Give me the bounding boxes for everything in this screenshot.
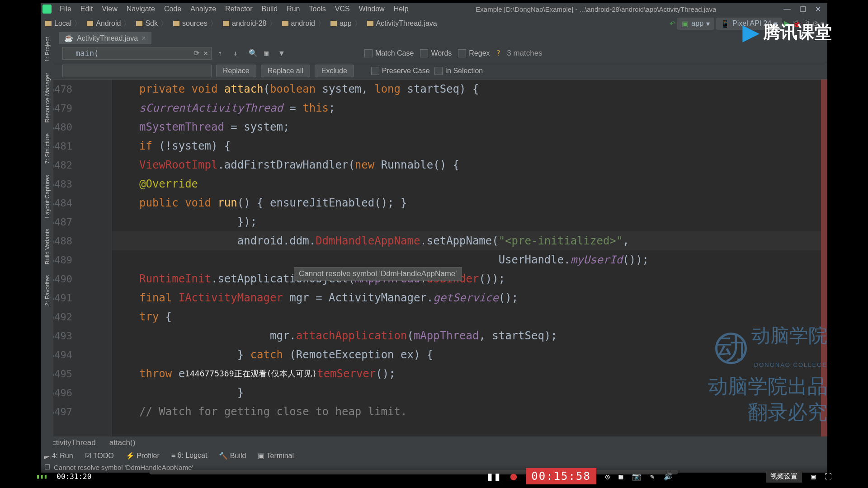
maximize-icon[interactable]: ☐ (800, 5, 806, 14)
menu-view[interactable]: View (97, 4, 122, 14)
next-match-icon[interactable]: ↓ (233, 49, 242, 58)
tencent-logo: ▶ 腾讯课堂 (743, 20, 832, 44)
window-title: Example [D:\DongNao\Example] - ...\andro… (414, 5, 778, 13)
replace-button[interactable]: Replace (216, 65, 256, 77)
filter-icon[interactable]: ▼ (279, 49, 288, 58)
error-tooltip: Cannot resolve symbol 'DdmHandleAppName' (294, 267, 462, 281)
tool-window-tabs: ▶ 4: Run☑ TODO⚡ Profiler≡ 6: Logcat🔨 Bui… (41, 449, 827, 462)
back-icon[interactable]: ↶ (670, 19, 675, 28)
watermark: 动 动脑学院DONGNAO COLLEGE 动脑学院出品 翻录必究 (708, 324, 827, 425)
crumb-3[interactable]: sources 〉 (171, 19, 219, 28)
speaker-icon[interactable]: 🔊 (664, 472, 673, 481)
pip-icon[interactable]: ▣ (811, 472, 816, 481)
crumb-1[interactable]: Android 〉 (85, 19, 132, 28)
elapsed-time: 00:31:20 (57, 472, 91, 481)
replace-all-button[interactable]: Replace all (261, 65, 310, 77)
side-tool-tabs: 1: ProjectResource Manager7: StructureLa… (41, 32, 53, 456)
menu-code[interactable]: Code (160, 4, 186, 14)
crumb-0[interactable]: Local 〉 (43, 19, 83, 28)
crumb-6[interactable]: app 〉 (329, 19, 363, 28)
breadcrumb: Local 〉Android 〉Sdk 〉sources 〉android-28… (43, 19, 439, 28)
prev-match-icon[interactable]: ↑ (218, 49, 227, 58)
editor-tab[interactable]: ☕ ActivityThread.java × (59, 32, 151, 44)
video-player-controls: ▮▮▮ 00:31:20 ▮▮ ● 00:15:58 ◎ ▦ 📷 ✎ 🔊 视频设… (0, 465, 868, 488)
tool-tab[interactable]: ▣ Terminal (258, 451, 294, 460)
in-selection-checkbox[interactable]: In Selection (434, 67, 483, 75)
main-menu: FileEditViewNavigateCodeAnalyzeRefactorB… (55, 4, 413, 14)
search-input[interactable] (62, 47, 212, 60)
side-tab[interactable]: Resource Manager (43, 69, 52, 127)
menu-refactor[interactable]: Refactor (221, 4, 257, 14)
camera-icon[interactable]: 📷 (632, 472, 641, 481)
side-tab[interactable]: Layout Captures (43, 171, 52, 221)
app-icon (42, 5, 52, 14)
crumb-7[interactable]: ActivityThread.java (365, 19, 439, 28)
edit-icon[interactable]: ✎ (650, 472, 655, 481)
menu-window[interactable]: Window (354, 4, 389, 14)
tool-tab[interactable]: ⚡ Profiler (126, 451, 160, 460)
preserve-case-checkbox[interactable]: Preserve Case (371, 67, 430, 75)
side-tab[interactable]: 7: Structure (43, 130, 52, 167)
menu-navigate[interactable]: Navigate (122, 4, 160, 14)
menu-tools[interactable]: Tools (304, 4, 330, 14)
crumb-5[interactable]: android 〉 (280, 19, 327, 28)
match-count: 3 matches (507, 49, 542, 58)
exclude-button[interactable]: Exclude (315, 65, 354, 77)
menu-file[interactable]: File (55, 4, 76, 14)
menu-edit[interactable]: Edit (76, 4, 98, 14)
run-config-selector[interactable]: ▣ app ▾ (677, 18, 714, 30)
crumb-2[interactable]: Sdk 〉 (134, 19, 170, 28)
pause-icon[interactable]: ▮▮ (486, 469, 501, 484)
menu-help[interactable]: Help (389, 4, 413, 14)
breadcrumb-method[interactable]: attach() (109, 438, 136, 447)
close-icon[interactable]: ✕ (815, 5, 821, 14)
side-tab[interactable]: Build Variants (43, 225, 52, 268)
record-icon[interactable]: ● (510, 470, 517, 483)
menu-vcs[interactable]: VCS (330, 4, 354, 14)
breadcrumb-class[interactable]: ActivityThread (47, 438, 96, 447)
record-time: 00:15:58 (526, 468, 596, 484)
menu-run[interactable]: Run (282, 4, 304, 14)
crumb-4[interactable]: android-28 〉 (221, 19, 278, 28)
tool-tab[interactable]: 🔨 Build (219, 451, 246, 460)
words-checkbox[interactable]: Words (420, 49, 452, 57)
match-case-checkbox[interactable]: Match Case (364, 49, 414, 57)
fullscreen-icon[interactable]: ⛶ (825, 472, 832, 481)
regex-checkbox[interactable]: Regex (458, 49, 490, 57)
minimize-icon[interactable]: — (783, 5, 791, 14)
tool-tab[interactable]: ≡ 6: Logcat (171, 451, 208, 460)
search-clear-icon[interactable]: ⟳ × (193, 49, 208, 57)
marker-icon[interactable]: ◎ (605, 472, 610, 481)
menu-build[interactable]: Build (257, 4, 283, 14)
replace-input[interactable] (62, 65, 212, 77)
quality-button[interactable]: 视频设置 (766, 470, 802, 483)
close-tab-icon[interactable]: × (142, 34, 146, 42)
search-options-icon[interactable]: 🔍 (249, 49, 258, 58)
tool-tab[interactable]: ☑ TODO (85, 451, 114, 460)
select-all-icon[interactable]: ▦ (264, 49, 273, 58)
side-tab[interactable]: 2: Favorites (43, 272, 52, 310)
menu-analyze[interactable]: Analyze (186, 4, 221, 14)
side-tab[interactable]: 1: Project (43, 33, 52, 66)
grid-icon[interactable]: ▦ (619, 472, 623, 481)
